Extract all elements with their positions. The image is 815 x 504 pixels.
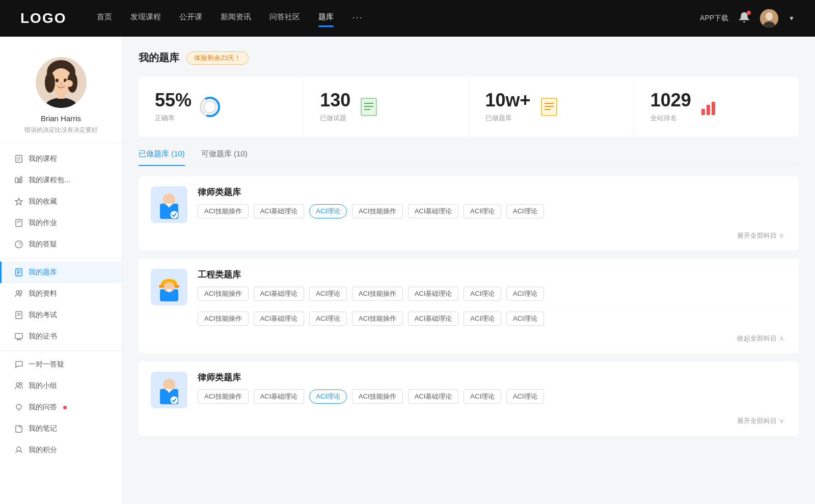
- app-download-link[interactable]: APP下载: [700, 14, 728, 23]
- nav-question-bank[interactable]: 题库: [318, 12, 334, 25]
- tag-eng1-r2-3[interactable]: ACI技能操作: [352, 312, 403, 326]
- certificate-label: 我的证书: [29, 332, 57, 341]
- tag-lawyer1-5[interactable]: ACI理论: [464, 204, 501, 218]
- svg-point-36: [20, 383, 22, 385]
- tag-lawyer2-2[interactable]: ACI理论: [309, 389, 347, 404]
- group-label: 我的小组: [29, 381, 57, 390]
- tag-lawyer2-1[interactable]: ACI基础理论: [254, 389, 305, 404]
- tag-eng1-r1-6[interactable]: ACI理论: [506, 287, 544, 301]
- user-profile: Brian Harris 错误的决定比没有决定要好: [0, 47, 122, 143]
- svg-rect-19: [18, 179, 20, 183]
- tab-done-banks[interactable]: 已做题库 (10): [139, 149, 185, 165]
- sidebar-item-homework[interactable]: 我的作业: [0, 212, 122, 234]
- tag-lawyer1-1[interactable]: ACI基础理论: [254, 204, 305, 218]
- tag-eng1-r1-1[interactable]: ACI基础理论: [254, 287, 305, 301]
- sidebar-item-group[interactable]: 我的小组: [0, 375, 122, 397]
- sidebar-item-one-on-one[interactable]: 一对一答疑: [0, 354, 122, 375]
- tag-lawyer2-0[interactable]: ACI技能操作: [198, 389, 249, 404]
- courses-icon: [14, 154, 23, 163]
- notes-icon: [14, 424, 23, 433]
- nav-qa[interactable]: 问答社区: [269, 12, 300, 25]
- book-icon: [539, 97, 559, 117]
- tag-eng1-r2-2[interactable]: ACI理论: [309, 312, 347, 326]
- nav-links: 首页 发现课程 公开课 新闻资讯 问答社区 题库 ···: [97, 12, 700, 25]
- answers-label: 我的问答: [29, 403, 57, 412]
- exams-icon: [14, 311, 23, 320]
- tab-available-banks[interactable]: 可做题库 (10): [201, 149, 248, 165]
- nav-news[interactable]: 新闻资讯: [221, 12, 251, 25]
- tag-lawyer2-6[interactable]: ACI理论: [506, 389, 544, 404]
- sidebar-item-answers[interactable]: 我的问答: [0, 397, 122, 418]
- stat-label-done: 已做试题: [320, 114, 350, 123]
- avatar-dropdown-icon[interactable]: ▼: [789, 15, 795, 22]
- tag-lawyer2-3[interactable]: ACI技能操作: [352, 389, 403, 404]
- tag-lawyer1-2[interactable]: ACI理论: [309, 204, 347, 218]
- courses-label: 我的课程: [29, 154, 57, 163]
- doc-icon: [359, 97, 379, 117]
- sidebar-item-points[interactable]: 我的积分: [0, 439, 122, 461]
- svg-point-12: [60, 83, 62, 86]
- sidebar-item-exams[interactable]: 我的考试: [0, 304, 122, 326]
- nav-discover[interactable]: 发现课程: [130, 12, 161, 25]
- tags-row-engineer-1-r1: ACI技能操作 ACI基础理论 ACI理论 ACI技能操作 ACI基础理论 AC…: [198, 287, 786, 301]
- tag-eng1-r1-0[interactable]: ACI技能操作: [198, 287, 249, 301]
- svg-rect-55: [712, 102, 715, 115]
- tag-eng1-r1-5[interactable]: ACI理论: [464, 287, 501, 301]
- sidebar-item-my-questions[interactable]: ? 我的答疑: [0, 234, 122, 255]
- svg-point-65: [170, 396, 178, 404]
- nav-right: APP下载 ▼: [700, 9, 795, 27]
- avatar-image: [760, 9, 778, 27]
- stat-label-banks: 已做题库: [485, 114, 531, 123]
- tag-lawyer1-4[interactable]: ACI基础理论: [408, 204, 459, 218]
- tag-eng1-r1-2[interactable]: ACI理论: [309, 287, 347, 301]
- stat-label-ranking: 全站排名: [650, 114, 691, 123]
- stat-done-banks: 10w+ 已做题库: [469, 77, 634, 137]
- tag-eng1-r1-4[interactable]: ACI基础理论: [408, 287, 459, 301]
- nav-more[interactable]: ···: [352, 12, 363, 25]
- tag-eng1-r2-5[interactable]: ACI理论: [464, 312, 501, 326]
- tag-eng1-r2-6[interactable]: ACI理论: [506, 312, 544, 326]
- logo[interactable]: LOGO: [20, 10, 66, 26]
- stat-correct-rate: 55% 正确率: [139, 77, 304, 137]
- tag-lawyer1-0[interactable]: ACI技能操作: [198, 204, 249, 218]
- qbank-card-header-2: 工程类题库 ACI技能操作 ACI基础理论 ACI理论 ACI技能操作 ACI基…: [151, 269, 786, 326]
- tag-eng1-r2-4[interactable]: ACI基础理论: [408, 312, 459, 326]
- tabs-row: 已做题库 (10) 可做题库 (10): [139, 149, 799, 166]
- sidebar-item-certificate[interactable]: 我的证书: [0, 326, 122, 347]
- sidebar-item-my-data[interactable]: 我的资料: [0, 283, 122, 304]
- answers-dot: [63, 406, 67, 409]
- sidebar-item-notes[interactable]: 我的笔记: [0, 418, 122, 439]
- collapse-engineer-1[interactable]: 收起全部科目 ∧: [151, 334, 786, 343]
- tag-lawyer2-4[interactable]: ACI基础理论: [408, 389, 459, 404]
- expand-lawyer-2[interactable]: 展开全部科目 ∨: [151, 416, 786, 426]
- svg-rect-20: [20, 177, 22, 183]
- sidebar-item-courses[interactable]: 我的课程: [0, 148, 122, 170]
- tags-row-lawyer-2: ACI技能操作 ACI基础理论 ACI理论 ACI技能操作 ACI基础理论 AC…: [198, 389, 786, 404]
- sidebar: Brian Harris 错误的决定比没有决定要好 我的课程 我的课程包...: [0, 37, 122, 504]
- notification-bell[interactable]: [739, 12, 750, 25]
- nav-home[interactable]: 首页: [97, 12, 112, 25]
- main-layout: Brian Harris 错误的决定比没有决定要好 我的课程 我的课程包...: [0, 37, 815, 504]
- tag-eng1-r2-1[interactable]: ACI基础理论: [254, 312, 305, 326]
- avatar[interactable]: [760, 9, 778, 27]
- svg-point-37: [16, 404, 21, 409]
- sidebar-item-question-bank[interactable]: 我的题库: [0, 262, 122, 283]
- menu-divider-1: [0, 258, 122, 259]
- qbank-content-1: 律师类题库 ACI技能操作 ACI基础理论 ACI理论 ACI技能操作 ACI基…: [198, 186, 786, 218]
- tag-lawyer1-3[interactable]: ACI技能操作: [352, 204, 403, 218]
- sidebar-item-favorites[interactable]: 我的收藏: [0, 191, 122, 212]
- qbank-content-3: 律师类题库 ACI技能操作 ACI基础理论 ACI理论 ACI技能操作 ACI基…: [198, 372, 786, 404]
- sidebar-item-packages[interactable]: 我的课程包...: [0, 170, 122, 191]
- tag-lawyer1-6[interactable]: ACI理论: [506, 204, 544, 218]
- svg-rect-34: [15, 333, 22, 339]
- homework-label: 我的作业: [29, 218, 57, 228]
- stat-value-banks: 10w+: [485, 91, 531, 109]
- tag-eng1-r2-0[interactable]: ACI技能操作: [198, 312, 249, 326]
- tag-lawyer2-5[interactable]: ACI理论: [464, 389, 501, 404]
- tag-eng1-r1-3[interactable]: ACI技能操作: [352, 287, 403, 301]
- expand-lawyer-1[interactable]: 展开全部科目 ∨: [151, 231, 786, 240]
- profile-name: Brian Harris: [41, 114, 81, 123]
- nav-open-course[interactable]: 公开课: [179, 12, 202, 25]
- svg-text:?: ?: [18, 242, 21, 247]
- svg-rect-56: [717, 100, 718, 115]
